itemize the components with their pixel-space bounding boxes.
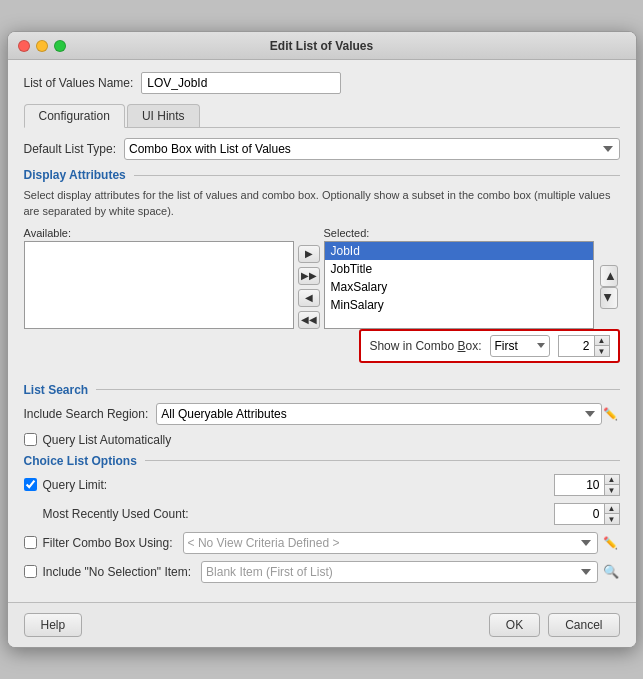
list-search-section-header: List Search [24,383,620,397]
query-limit-checkbox[interactable] [24,478,37,491]
list-search-divider [96,389,619,390]
tab-bar: Configuration UI Hints [24,104,620,128]
list-search-title: List Search [24,383,89,397]
query-limit-down[interactable]: ▼ [605,485,619,495]
query-limit-up[interactable]: ▲ [605,475,619,486]
mru-row: Most Recently Used Count: ▲ ▼ [24,503,620,525]
combo-count-input[interactable] [558,335,594,357]
footer-right-buttons: OK Cancel [489,613,620,637]
show-combo-select[interactable]: First Last [490,335,550,357]
order-arrows: ▶ ▶ [594,245,620,329]
include-search-label: Include Search Region: [24,407,149,421]
no-selection-select[interactable]: Blank Item (First of List) [201,561,597,583]
titlebar: Edit List of Values [8,32,636,60]
no-selection-label: Include "No Selection" Item: [43,565,192,579]
window-title: Edit List of Values [270,39,373,53]
lov-name-input[interactable] [141,72,341,94]
include-search-edit-icon[interactable]: ✏️ [602,405,620,423]
selected-label: Selected: [324,227,594,239]
query-limit-spinner-btns: ▲ ▼ [604,474,620,496]
section-divider [134,175,620,176]
mru-input[interactable] [554,503,604,525]
move-down-btn[interactable]: ▶ [600,287,618,309]
move-all-right-btn[interactable]: ▶▶ [298,267,320,285]
selected-list-wrap: Selected: JobId JobTitle MaxSalary MinSa… [324,227,594,329]
show-combo-label: Show in Combo Box: [369,339,481,353]
footer: Help OK Cancel [8,602,636,647]
available-label: Available: [24,227,294,239]
minimize-button[interactable] [36,40,48,52]
default-list-type-select[interactable]: Combo Box with List of Values [124,138,620,160]
main-window: Edit List of Values List of Values Name:… [7,31,637,648]
mru-spinner: ▲ ▼ [554,503,620,525]
include-search-select[interactable]: All Queryable Attributes [156,403,601,425]
list-item[interactable]: JobId [325,242,593,260]
no-selection-row: Include "No Selection" Item: Blank Item … [24,561,620,583]
spinner-up-btn[interactable]: ▲ [595,336,609,347]
show-combo-spinner: ▲ ▼ [558,335,610,357]
move-all-left-btn[interactable]: ◀◀ [298,311,320,329]
cancel-button[interactable]: Cancel [548,613,619,637]
query-limit-input[interactable] [554,474,604,496]
query-auto-checkbox[interactable] [24,433,37,446]
main-content: List of Values Name: Configuration UI Hi… [8,60,636,602]
available-list-wrap: Available: [24,227,294,329]
mru-down[interactable]: ▼ [605,514,619,524]
lov-name-label: List of Values Name: [24,76,134,90]
filter-select[interactable]: < No View Criteria Defined > [183,532,598,554]
close-button[interactable] [18,40,30,52]
no-selection-checkbox[interactable] [24,565,37,578]
lov-name-row: List of Values Name: [24,72,620,94]
query-auto-label: Query List Automatically [43,433,172,447]
filter-edit-icon[interactable]: ✏️ [602,534,620,552]
list-item[interactable]: MinSalary [325,296,593,314]
tab-ui-hints[interactable]: UI Hints [127,104,200,127]
list-item[interactable]: MaxSalary [325,278,593,296]
mru-spinner-btns: ▲ ▼ [604,503,620,525]
transfer-arrows: ▶ ▶▶ ◀ ◀◀ [294,245,324,329]
selected-list[interactable]: JobId JobTitle MaxSalary MinSalary [324,241,594,329]
query-limit-spinner: ▲ ▼ [554,474,620,496]
no-selection-search-icon[interactable]: 🔍 [602,563,620,581]
show-combo-wrapper: Show in Combo Box: First Last ▲ ▼ [24,329,620,373]
spinner-down-btn[interactable]: ▼ [595,346,609,356]
query-limit-label: Query Limit: [43,478,108,492]
query-auto-row: Query List Automatically [24,433,620,447]
mru-up[interactable]: ▲ [605,504,619,515]
show-combo-row: Show in Combo Box: First Last ▲ ▼ [359,329,619,363]
ok-button[interactable]: OK [489,613,540,637]
list-item[interactable]: JobTitle [325,260,593,278]
mru-label: Most Recently Used Count: [43,507,189,521]
move-up-btn[interactable]: ▶ [600,265,618,287]
move-right-btn[interactable]: ▶ [298,245,320,263]
display-attributes-section-header: Display Attributes [24,168,620,182]
default-list-type-label: Default List Type: [24,142,117,156]
spinner-buttons: ▲ ▼ [594,335,610,357]
display-attributes-desc: Select display attributes for the list o… [24,188,620,219]
filter-row: Filter Combo Box Using: < No View Criter… [24,532,620,554]
filter-label: Filter Combo Box Using: [43,536,173,550]
help-button[interactable]: Help [24,613,83,637]
choice-list-section-header: Choice List Options [24,454,620,468]
window-controls [18,40,66,52]
query-limit-row: Query Limit: ▲ ▼ [24,474,620,496]
tab-configuration[interactable]: Configuration [24,104,125,128]
choice-list-title: Choice List Options [24,454,137,468]
available-list[interactable] [24,241,294,329]
choice-list-divider [145,460,620,461]
dual-list-container: Available: ▶ ▶▶ ◀ ◀◀ Selected: JobId Job… [24,227,620,329]
filter-checkbox[interactable] [24,536,37,549]
maximize-button[interactable] [54,40,66,52]
include-search-row: Include Search Region: All Queryable Att… [24,403,620,425]
display-attributes-title: Display Attributes [24,168,126,182]
default-list-type-row: Default List Type: Combo Box with List o… [24,138,620,160]
move-left-btn[interactable]: ◀ [298,289,320,307]
